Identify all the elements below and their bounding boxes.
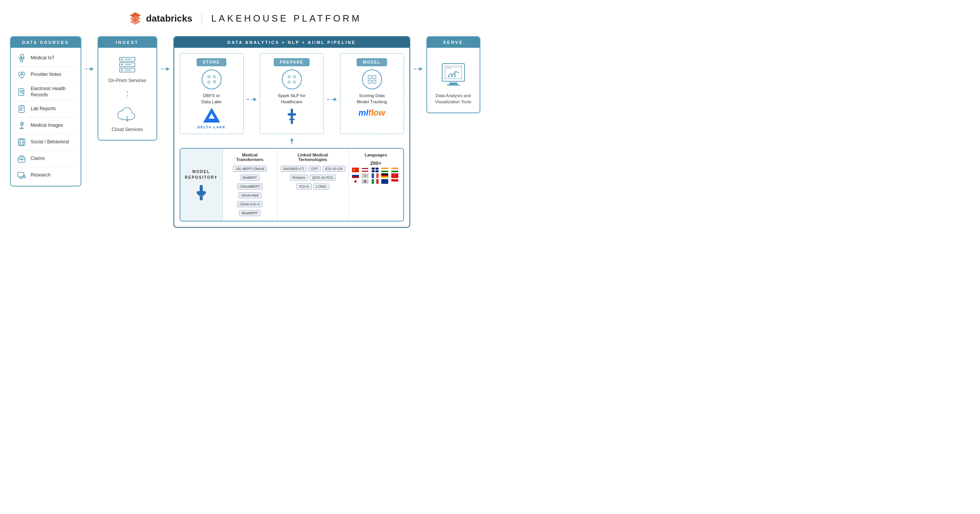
flag-china: ★ (352, 168, 359, 172)
page-header: databricks LAKEHOUSE PLATFORM (128, 12, 362, 25)
languages-col: Languages 200+ ★ (349, 149, 403, 221)
mlflow-logo: mlflow (344, 108, 401, 118)
flag-germany (381, 173, 388, 178)
badge-qcd10: QCD-10-PCS (310, 175, 336, 181)
svg-point-3 (21, 57, 22, 58)
medical-iot-label: Medical IoT (31, 55, 55, 61)
svg-point-4 (20, 60, 23, 62)
languages-title: Languages (352, 153, 400, 157)
badge-loinc: LOINC (313, 183, 330, 190)
svg-rect-28 (288, 113, 296, 116)
edit-doc-icon (16, 87, 27, 97)
flag-india (381, 168, 388, 172)
svg-point-26 (293, 81, 296, 83)
source-item-medical-iot: Medical IoT (15, 50, 77, 67)
source-item-provider-notes: Provider Notes (15, 67, 77, 83)
mlflow-text: mlflow (359, 108, 386, 118)
svg-rect-36 (197, 191, 206, 194)
flag-eu (381, 179, 388, 184)
flag-uk (372, 168, 379, 172)
medical-transformers-title: MedicalTransformers (226, 153, 274, 162)
header-divider (202, 12, 202, 25)
claims-label: Claims (31, 156, 45, 162)
stethoscope-icon (16, 53, 27, 64)
medical-transformers-col: MedicalTransformers JSL-BERT-Clinical Bi… (223, 149, 278, 221)
source-item-ehr: Electronic Health Records (15, 83, 77, 101)
arrow-store-prepare (247, 53, 257, 134)
store-title: DBFS or Data Lake (201, 92, 221, 105)
svg-rect-43 (448, 76, 450, 77)
research-label: Research (31, 172, 51, 178)
ingest-content: On-Prem Services Cloud Services (98, 48, 157, 140)
badge-bluebert: BlueBERT (239, 210, 261, 216)
flag-france (372, 173, 379, 178)
model-repo-title: MODEL REPOSITORY (185, 169, 217, 180)
flags-grid: ★ ✕ (352, 168, 400, 184)
model-title: Scoring Data Model Tracking (357, 92, 387, 105)
badge-icd10cm: ICD-10-CM (322, 166, 345, 172)
svg-point-16 (121, 59, 123, 60)
badge-clove: CloVe-ICD-O (237, 201, 263, 207)
store-header: STORE (197, 58, 226, 66)
serve-tools-label: Data Analysis and Visualization Tools (435, 92, 471, 105)
svg-rect-34 (373, 80, 376, 83)
briefcase-icon (16, 153, 27, 164)
svg-point-24 (293, 76, 296, 78)
prepare-block: PREPARE Spark NLP for Healthcare (260, 53, 324, 134)
source-item-social: Social / Behavioral (15, 134, 77, 151)
svg-point-23 (288, 76, 290, 78)
delta-lake-text: DELTA LAKE (197, 125, 226, 129)
model-circle-icon (362, 69, 382, 89)
arrow-sources-ingest (85, 36, 94, 71)
flag-dot (362, 179, 369, 184)
server-stack-icon (116, 55, 139, 75)
badge-jsl-bert: JSL-BERT-Clinical (233, 166, 267, 172)
delta-lake-logo: DELTA LAKE (183, 108, 240, 129)
terminologies-title: Linked MedicalTerminologies (281, 153, 345, 162)
model-block: MODEL Scoring Data Model Tracking mlflow (340, 53, 404, 134)
analytics-panel: DATA ANALYTICS + NLP + AI/ML PIPELINE ST… (173, 36, 410, 228)
ingest-on-prem: On-Prem Services (108, 55, 146, 83)
flag-other (391, 179, 398, 184)
badge-glove: GloVe-Med (238, 192, 261, 198)
store-block: STORE DBFS or Data Lake (180, 53, 244, 134)
badge-cpt: CPT (308, 166, 321, 172)
svg-point-25 (288, 81, 290, 83)
model-repo-left: MODEL REPOSITORY (180, 149, 223, 221)
model-repository-section: MODEL REPOSITORY MedicalTransformers (180, 148, 404, 222)
svg-rect-44 (451, 74, 453, 77)
medical-transformers-badges: JSL-BERT-Clinical BioBERT ClinicalBERT G… (226, 165, 274, 217)
serve-panel: SERVE (426, 36, 480, 113)
svg-point-7 (23, 124, 24, 124)
serve-content: Data Analysis and Visualization Tools (427, 48, 480, 113)
prepare-header: PREPARE (274, 58, 310, 66)
prepare-title: Spark NLP for Healthcare (278, 92, 305, 105)
arrow-analytics-serve (414, 36, 423, 71)
lab-reports-label: Lab Reports (31, 106, 56, 112)
data-sources-panel: DATA SOURCES Medical IoT Provider Notes (10, 36, 81, 186)
svg-point-41 (448, 68, 449, 69)
svg-point-17 (121, 64, 123, 66)
social-label: Social / Behavioral (31, 139, 69, 145)
ingest-header: INGEST (98, 37, 157, 48)
source-item-lab-reports: Lab Reports (15, 101, 77, 118)
svg-point-20 (213, 76, 216, 78)
arrow-ingest-analytics (161, 36, 170, 71)
databricks-logo-icon (128, 12, 142, 25)
svg-rect-37 (198, 194, 204, 196)
flag-japan (352, 179, 359, 184)
main-layout: DATA SOURCES Medical IoT Provider Notes (10, 36, 480, 228)
source-item-claims: Claims (15, 151, 77, 167)
svg-rect-30 (291, 120, 293, 124)
spm-row: STORE DBFS or Data Lake (180, 53, 404, 134)
model-header: MODEL (357, 58, 387, 66)
terminologies-col: Linked MedicalTerminologies SNOMED-CT CP… (278, 149, 349, 221)
monitor-search-icon (16, 170, 27, 181)
ingest-divider (127, 91, 128, 97)
svg-point-40 (446, 68, 448, 69)
databricks-name: databricks (146, 13, 192, 24)
platform-title: LAKEHOUSE PLATFORM (211, 13, 362, 24)
badge-icdo: ICD-O (296, 183, 312, 190)
svg-point-18 (121, 69, 123, 71)
svg-rect-29 (289, 119, 295, 120)
